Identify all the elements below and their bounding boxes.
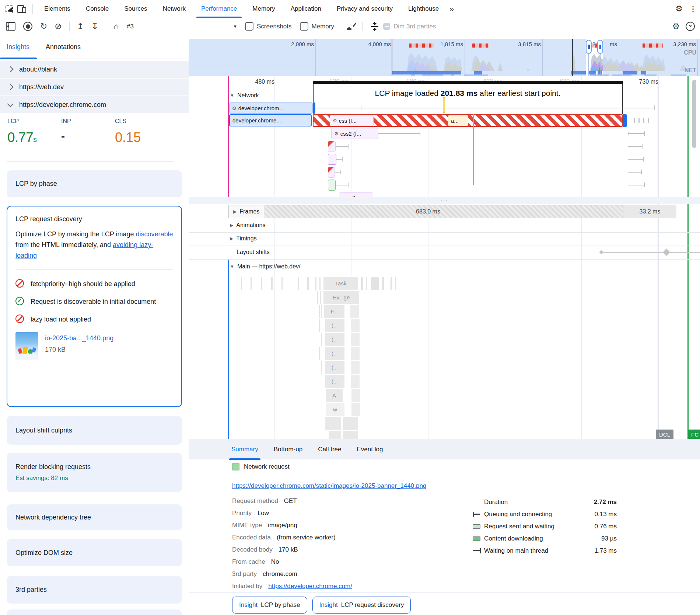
layout-shifts-track-header[interactable]: Layout shifts xyxy=(237,249,270,256)
details-tab[interactable]: Summary xyxy=(231,439,258,460)
font-request-chip[interactable]: a... xyxy=(448,115,468,126)
memory-checkbox[interactable] xyxy=(300,22,308,31)
flame-chart[interactable]: 530 ms580 ms630 ms680 ms 480 ms 730 ms L… xyxy=(189,76,700,439)
inspect-element-icon[interactable] xyxy=(5,4,14,13)
dim-third-parties-checkbox[interactable] xyxy=(383,23,390,30)
gear-icon: ⚙ xyxy=(334,131,339,136)
flame-event[interactable]: F... xyxy=(324,305,344,318)
home-icon[interactable]: ⌂ xyxy=(110,22,122,31)
insight-card-network-dependency-tree[interactable]: Network dependency tree xyxy=(7,504,182,530)
animations-track-header[interactable]: ▶Animations xyxy=(230,222,265,229)
css-request-chip[interactable]: ⚙css (f... xyxy=(330,115,374,126)
details-tab[interactable]: Bottom-up xyxy=(274,439,302,460)
record-icon[interactable] xyxy=(23,22,32,31)
panel-tabs: ElementsConsoleSourcesNetworkPerformance… xyxy=(36,0,447,18)
panel-tab[interactable]: Sources xyxy=(116,0,155,18)
discoverable-link[interactable]: discoverable xyxy=(136,230,173,238)
flame-scrollbar-thumb[interactable] xyxy=(692,80,696,148)
kebab-menu-icon[interactable]: ⋮ xyxy=(686,5,700,13)
panel-tab[interactable]: Privacy and security xyxy=(329,0,400,18)
insight-card-lcp-by-phase[interactable]: LCP by phase xyxy=(7,170,182,197)
panel-tab[interactable]: Elements xyxy=(36,0,78,18)
frame-tail-label[interactable]: 33.2 ms xyxy=(623,205,676,218)
selected-network-request-chip[interactable]: developer.chrome... xyxy=(229,114,312,126)
selection-handle-left[interactable] xyxy=(586,40,592,54)
layout-shift-diamond[interactable] xyxy=(663,249,670,256)
insight-card-3rd-parties[interactable]: 3rd parties xyxy=(7,576,182,604)
discovery-checklist: fetchpriority=high should be applied Req… xyxy=(15,279,173,324)
small-request-chip[interactable] xyxy=(328,154,336,165)
panel-tab[interactable]: Network xyxy=(155,0,193,18)
toggle-sidebar-icon[interactable] xyxy=(6,22,15,31)
timeline-overview[interactable]: 2,000 ms4,000 ms1,815 ms3,815 ms2ms3,230… xyxy=(189,39,700,76)
timing-phase-icon xyxy=(472,524,484,529)
timings-track-header[interactable]: ▶Timings xyxy=(230,235,257,242)
estimated-savings: Est savings: 82 ms xyxy=(15,475,173,482)
main-thread-track-header[interactable]: ▼Main — https://web.dev/ xyxy=(230,263,301,270)
screenshots-checkbox[interactable] xyxy=(245,22,253,31)
flame-event[interactable]: Task xyxy=(323,277,358,290)
panel-tab[interactable]: Console xyxy=(78,0,116,18)
sidebar-tab[interactable]: Annotations xyxy=(46,35,81,59)
insight-card-layout-shift-culprits[interactable]: Layout shift culprits xyxy=(7,416,182,445)
flame-event[interactable]: (... xyxy=(325,375,344,388)
frames-track-header[interactable]: ▶ Frames xyxy=(228,205,264,218)
sidebar-tab[interactable]: Insights xyxy=(7,35,29,59)
panel-tab[interactable]: Lighthouse xyxy=(400,0,447,18)
insight-card-optimize-dom-size[interactable]: Optimize DOM size xyxy=(7,539,182,566)
flame-event[interactable]: (... xyxy=(325,347,344,360)
selection-handle-right[interactable] xyxy=(597,40,603,54)
flame-event[interactable]: (... xyxy=(325,319,344,332)
flame-event[interactable]: (... xyxy=(325,333,344,346)
network-track-header[interactable]: ▼ Network xyxy=(230,92,259,99)
download-profile-icon[interactable]: ↧ xyxy=(88,22,102,31)
details-tab[interactable]: Event log xyxy=(357,439,383,460)
flame-event[interactable]: A xyxy=(326,389,343,402)
session-select[interactable]: #3 ▼ xyxy=(122,23,237,30)
clear-icon[interactable]: ⊘ xyxy=(51,22,65,31)
request-field-row: From cache No xyxy=(232,556,352,568)
settings-gear-icon[interactable]: ⚙ xyxy=(672,5,686,13)
frame-duration-label: 683.0 ms xyxy=(388,205,469,218)
divider xyxy=(189,593,700,593)
request-url-link[interactable]: https://developer.chrome.com/static/imag… xyxy=(232,482,426,489)
timing-breakdown: Duration 2.72 ms Queuing and connecting … xyxy=(472,496,617,557)
small-request-chip[interactable] xyxy=(328,167,335,178)
layout-shift-connector xyxy=(601,252,700,253)
upload-profile-icon[interactable]: ↥ xyxy=(73,22,88,31)
fcp-badge[interactable]: FC xyxy=(688,430,700,439)
lcp-image-link[interactable]: io-2025-ba..._1440.png xyxy=(45,334,113,342)
details-tab[interactable]: Call tree xyxy=(318,439,341,460)
flame-event[interactable]: Ev...ge xyxy=(323,291,359,304)
insight-card-render-blocking[interactable]: Render blocking requests Est savings: 82… xyxy=(7,453,182,492)
navigation-row[interactable]: https://web.dev xyxy=(0,79,189,95)
track-splitter-handle[interactable]: ... xyxy=(189,197,700,204)
lcp-image-thumbnail[interactable] xyxy=(15,332,38,360)
insight-lcp-request-discovery-button[interactable]: Insight LCP request discovery xyxy=(312,597,411,614)
session-label: #3 xyxy=(127,23,134,30)
flame-event[interactable]: (... xyxy=(325,361,344,374)
record-and-reload-icon[interactable]: ↻ xyxy=(36,22,51,31)
panel-tab[interactable]: Performance xyxy=(193,0,245,18)
insight-card-lcp-request-discovery[interactable]: LCP request discovery Optimize LCP by ma… xyxy=(7,206,182,407)
small-request-chip[interactable] xyxy=(328,141,336,152)
capture-settings-gear-icon[interactable]: ⚙ xyxy=(668,22,683,31)
css2-request-chip[interactable]: ⚙css2 (f... xyxy=(331,128,378,139)
discovery-description: Optimize LCP by making the LCP image dis… xyxy=(15,229,173,261)
device-toolbar-icon[interactable] xyxy=(17,4,27,13)
help-icon[interactable]: ? xyxy=(686,22,695,31)
small-request-chip[interactable] xyxy=(328,180,336,191)
insight-lcp-by-phase-button[interactable]: Insight LCP by phase xyxy=(232,597,307,614)
panel-tab[interactable]: Application xyxy=(283,0,329,18)
navigation-row[interactable]: about://blank xyxy=(0,61,189,78)
timing-row: Waiting on main thread 1.73 ms xyxy=(472,545,617,557)
gc-brush-icon[interactable] xyxy=(346,22,355,31)
timeline-main: 2,000 ms4,000 ms1,815 ms3,815 ms2ms3,230… xyxy=(189,35,700,615)
panel-tab[interactable]: Memory xyxy=(245,0,283,18)
network-request-chip[interactable]: ⚙developer.chrom... xyxy=(229,102,313,114)
dcl-badge[interactable]: DCL xyxy=(656,430,673,439)
collapse-tracks-icon[interactable] xyxy=(371,22,379,31)
flame-event[interactable]: w xyxy=(326,403,344,416)
navigation-row[interactable]: https://developer.chrome.com xyxy=(0,96,189,113)
more-tabs-icon[interactable]: » xyxy=(447,4,456,13)
